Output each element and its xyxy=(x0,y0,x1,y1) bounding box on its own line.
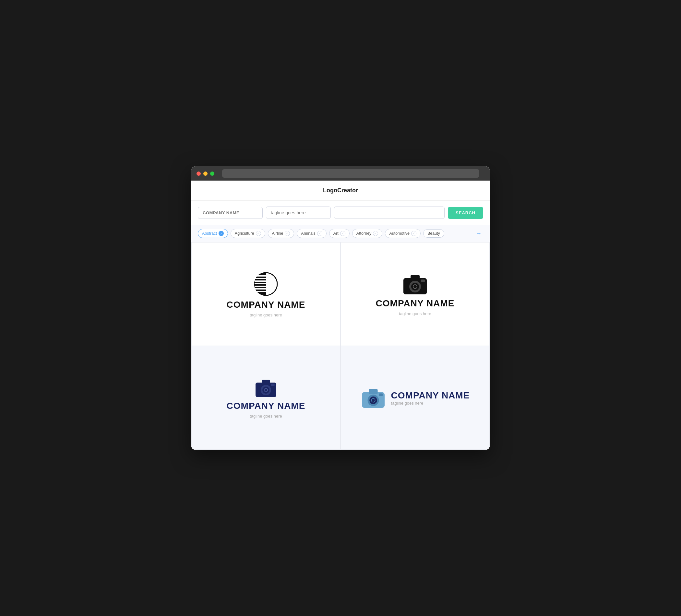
svg-rect-15 xyxy=(421,280,425,282)
company-name-2: COMPANY NAME xyxy=(376,298,455,309)
svg-rect-17 xyxy=(262,380,270,384)
tagline-3: tagline goes here xyxy=(250,414,282,418)
check-icon xyxy=(285,231,290,236)
check-icon: ✓ xyxy=(219,231,224,236)
app-title: LogoCreator xyxy=(323,187,358,194)
logo-text-4: COMPANY NAME tagline goes here xyxy=(391,390,470,406)
category-automotive[interactable]: Automotive xyxy=(385,229,421,238)
camera-icon-2 xyxy=(402,272,428,296)
company-name-input[interactable] xyxy=(198,207,263,219)
category-art[interactable]: Art xyxy=(329,229,350,238)
camera-icon-3 xyxy=(254,377,278,398)
logo-content-1: COMPANY NAME tagline goes here xyxy=(227,271,305,317)
tagline-4: tagline goes here xyxy=(391,401,470,406)
category-abstract[interactable]: Abstract ✓ xyxy=(198,229,228,238)
category-label: Art xyxy=(333,231,338,236)
app-header: LogoCreator xyxy=(191,181,490,201)
check-icon xyxy=(256,231,261,236)
camera-icon-4 xyxy=(361,386,386,409)
category-label: Abstract xyxy=(202,231,217,236)
category-animals[interactable]: Animals xyxy=(297,229,326,238)
category-label: Agriculture xyxy=(235,231,254,236)
company-name-1: COMPANY NAME xyxy=(227,300,305,310)
search-button[interactable]: SEARCH xyxy=(448,207,483,219)
address-bar[interactable] xyxy=(222,169,479,178)
tagline-2: tagline goes here xyxy=(399,311,431,316)
check-icon xyxy=(411,231,417,236)
check-icon xyxy=(340,231,345,236)
logo-card-3[interactable]: COMPANY NAME tagline goes here xyxy=(191,346,340,450)
svg-point-26 xyxy=(371,399,375,402)
logo-content-2: COMPANY NAME tagline goes here xyxy=(376,272,455,316)
logo-card-1[interactable]: COMPANY NAME tagline goes here xyxy=(191,242,340,346)
category-label: Animals xyxy=(301,231,315,236)
browser-window: LogoCreator SEARCH Abstract ✓ Agricultur… xyxy=(191,166,490,450)
maximize-dot[interactable] xyxy=(210,172,215,176)
svg-point-20 xyxy=(264,388,268,392)
check-icon xyxy=(317,231,322,236)
category-bar: Abstract ✓ Agriculture Airline Animals A… xyxy=(191,225,490,242)
logo-content-3: COMPANY NAME tagline goes here xyxy=(227,377,305,418)
extra-input[interactable] xyxy=(334,207,445,219)
check-icon xyxy=(373,231,378,236)
tagline-input[interactable] xyxy=(266,207,331,219)
category-label: Attorney xyxy=(356,231,372,236)
tagline-1: tagline goes here xyxy=(250,312,282,317)
svg-rect-11 xyxy=(410,275,420,280)
svg-rect-23 xyxy=(369,389,377,394)
minimize-dot[interactable] xyxy=(203,172,207,176)
logo-card-2[interactable]: COMPANY NAME tagline goes here xyxy=(340,242,490,346)
category-label: Airline xyxy=(272,231,283,236)
close-dot[interactable] xyxy=(197,172,201,176)
company-name-3: COMPANY NAME xyxy=(227,401,305,411)
next-categories-arrow[interactable]: → xyxy=(474,229,483,238)
category-label: Automotive xyxy=(389,231,409,236)
company-name-4: COMPANY NAME xyxy=(391,390,470,401)
category-label: Beauty xyxy=(427,231,440,236)
category-beauty[interactable]: Beauty xyxy=(423,229,444,238)
svg-point-14 xyxy=(413,285,417,288)
logo-card-4[interactable]: COMPANY NAME tagline goes here xyxy=(340,346,490,450)
app-container: LogoCreator SEARCH Abstract ✓ Agricultur… xyxy=(191,181,490,450)
category-attorney[interactable]: Attorney xyxy=(352,229,383,238)
svg-rect-27 xyxy=(379,393,383,396)
category-airline[interactable]: Airline xyxy=(268,229,295,238)
browser-titlebar xyxy=(191,166,490,181)
logo-grid: COMPANY NAME tagline goes here xyxy=(191,242,490,450)
logo-content-4: COMPANY NAME tagline goes here xyxy=(361,386,470,409)
svg-rect-21 xyxy=(271,384,275,386)
halfcircle-icon xyxy=(253,271,279,297)
search-bar: SEARCH xyxy=(191,201,490,225)
category-agriculture[interactable]: Agriculture xyxy=(231,229,265,238)
